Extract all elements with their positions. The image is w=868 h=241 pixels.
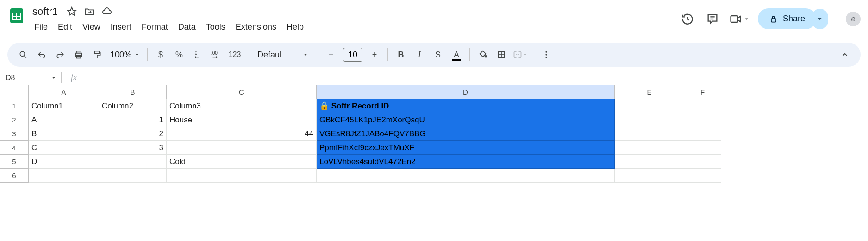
- bold-icon[interactable]: B: [393, 46, 409, 63]
- separator: [533, 48, 533, 61]
- menu-view[interactable]: View: [78, 20, 105, 34]
- print-icon[interactable]: [70, 46, 87, 63]
- row-header[interactable]: 3: [0, 127, 29, 141]
- cell[interactable]: PpmfFihXcf9czxJexTMuXF: [317, 141, 615, 155]
- cell[interactable]: [615, 141, 684, 155]
- search-icon[interactable]: [15, 46, 31, 63]
- cell[interactable]: 2: [99, 127, 167, 141]
- meet-button[interactable]: [729, 13, 749, 25]
- menu-tools[interactable]: Tools: [201, 20, 230, 34]
- font-size-input[interactable]: [343, 48, 362, 62]
- decrease-font-icon[interactable]: −: [323, 46, 339, 63]
- column-header-e[interactable]: E: [615, 85, 684, 99]
- zoom-value: 100%: [110, 50, 131, 60]
- undo-icon[interactable]: [33, 46, 50, 63]
- share-button[interactable]: Share: [758, 8, 816, 29]
- formula-input[interactable]: [81, 74, 868, 82]
- cell[interactable]: A: [29, 113, 99, 127]
- cell[interactable]: [684, 169, 721, 183]
- move-icon[interactable]: [83, 5, 96, 18]
- decrease-decimal-icon[interactable]: .0: [189, 46, 206, 63]
- document-title[interactable]: softr1: [30, 5, 61, 19]
- cell[interactable]: Column3: [167, 99, 317, 113]
- history-icon[interactable]: [679, 11, 696, 27]
- cell[interactable]: [684, 155, 721, 169]
- cloud-status-icon[interactable]: [100, 5, 113, 18]
- cell[interactable]: C: [29, 141, 99, 155]
- row-header[interactable]: 1: [0, 99, 29, 113]
- italic-icon[interactable]: I: [411, 46, 428, 63]
- menu-format[interactable]: Format: [137, 20, 173, 34]
- name-box[interactable]: D8: [6, 74, 56, 82]
- currency-icon[interactable]: $: [152, 46, 169, 63]
- fill-color-icon[interactable]: [475, 46, 491, 63]
- column-header-f[interactable]: F: [684, 85, 721, 99]
- font-family-dropdown[interactable]: Defaul...: [253, 50, 313, 60]
- column-header-b[interactable]: B: [99, 85, 167, 99]
- cell[interactable]: [99, 169, 167, 183]
- redo-icon[interactable]: [52, 46, 69, 63]
- row-header[interactable]: 5: [0, 155, 29, 169]
- comments-icon[interactable]: [704, 11, 721, 27]
- percent-icon[interactable]: %: [171, 46, 187, 63]
- strikethrough-icon[interactable]: S: [430, 46, 446, 63]
- cell[interactable]: LoVLVhbes4sufdVL472En2: [317, 155, 615, 169]
- cell[interactable]: [167, 141, 317, 155]
- merge-cells-icon[interactable]: [512, 46, 528, 63]
- column-header-d[interactable]: D: [317, 85, 615, 99]
- more-formats-button[interactable]: 123: [226, 46, 243, 63]
- collapse-toolbar-icon[interactable]: [837, 46, 853, 63]
- cell[interactable]: 44: [167, 127, 317, 141]
- cell[interactable]: [615, 113, 684, 127]
- cell[interactable]: B: [29, 127, 99, 141]
- svg-point-12: [20, 51, 25, 56]
- share-dropdown-icon[interactable]: [812, 9, 828, 29]
- column-header-a[interactable]: A: [29, 85, 99, 99]
- row-header[interactable]: 2: [0, 113, 29, 127]
- zoom-dropdown[interactable]: 100%: [107, 50, 143, 60]
- account-avatar[interactable]: e: [846, 12, 861, 26]
- menu-data[interactable]: Data: [174, 20, 200, 34]
- cell[interactable]: [615, 155, 684, 169]
- cell[interactable]: Column1: [29, 99, 99, 113]
- paint-format-icon[interactable]: [89, 46, 106, 63]
- cell[interactable]: [684, 127, 721, 141]
- star-icon[interactable]: [65, 5, 78, 18]
- svg-line-13: [25, 56, 26, 58]
- cell[interactable]: 3: [99, 141, 167, 155]
- cell[interactable]: [99, 155, 167, 169]
- sheets-logo-icon[interactable]: [7, 6, 26, 25]
- cell[interactable]: [684, 113, 721, 127]
- text-color-icon[interactable]: A: [448, 46, 465, 63]
- cell[interactable]: [167, 169, 317, 183]
- menu-extensions[interactable]: Extensions: [231, 20, 281, 34]
- menu-help[interactable]: Help: [282, 20, 308, 34]
- cell[interactable]: [615, 169, 684, 183]
- cell[interactable]: [29, 169, 99, 183]
- cell[interactable]: GBkCF45LK1pJE2mXorQsqU: [317, 113, 615, 127]
- column-header-c[interactable]: C: [167, 85, 317, 99]
- cell[interactable]: [684, 99, 721, 113]
- cell[interactable]: [615, 99, 684, 113]
- select-all-corner[interactable]: [0, 85, 29, 99]
- increase-decimal-icon[interactable]: .00: [208, 46, 225, 63]
- cell[interactable]: [615, 127, 684, 141]
- cell[interactable]: VGEsR8JfZ1JABo4FQV7BBG: [317, 127, 615, 141]
- cell[interactable]: [684, 141, 721, 155]
- cell[interactable]: 🔒 Softr Record ID: [317, 99, 615, 113]
- increase-font-icon[interactable]: +: [366, 46, 383, 63]
- more-menu-icon[interactable]: [538, 46, 555, 63]
- borders-icon[interactable]: [493, 46, 510, 63]
- row-header[interactable]: 6: [0, 169, 29, 183]
- menu-insert[interactable]: Insert: [106, 20, 136, 34]
- row-header[interactable]: 4: [0, 141, 29, 155]
- cell[interactable]: Cold: [167, 155, 317, 169]
- cell[interactable]: Column2: [99, 99, 167, 113]
- cell[interactable]: 1: [99, 113, 167, 127]
- cell[interactable]: D: [29, 155, 99, 169]
- menu-edit[interactable]: Edit: [53, 20, 77, 34]
- cell[interactable]: [317, 169, 615, 183]
- menu-file[interactable]: File: [30, 20, 52, 34]
- svg-marker-4: [68, 7, 76, 15]
- cell[interactable]: House: [167, 113, 317, 127]
